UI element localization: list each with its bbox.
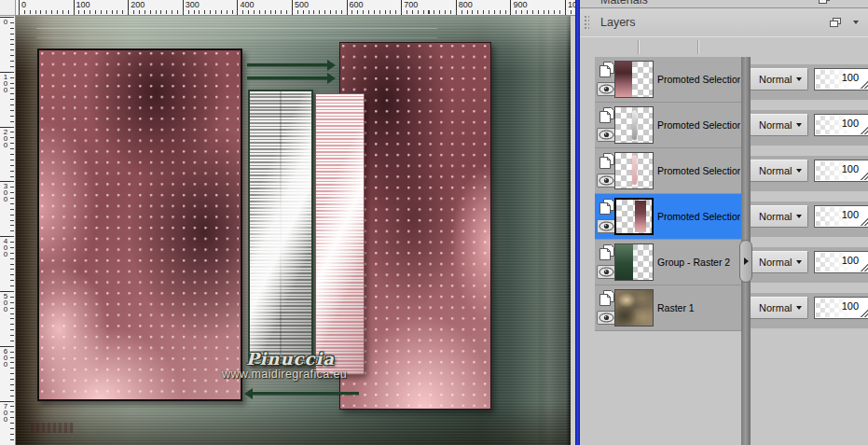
layer-opacity-field[interactable]: 100: [814, 114, 868, 136]
layer-visibility-eye-icon[interactable]: [597, 219, 616, 233]
ruler-tick-label: 5 0 0: [0, 291, 11, 313]
ruler-tick-label: 3 0 0: [0, 181, 11, 202]
layer-opacity-value: 100: [842, 255, 859, 266]
layer-row[interactable]: Raster 1 Normal 100: [580, 285, 868, 331]
splitter-collapse-handle[interactable]: [739, 240, 752, 283]
layer-visibility-eye-icon[interactable]: [597, 128, 616, 142]
layer-pages-icon[interactable]: [598, 198, 615, 216]
layer-opacity-value: 100: [842, 209, 859, 220]
layers-toolbar: [580, 36, 868, 58]
layer-name: Group - Raster 2: [657, 257, 730, 268]
layer-opacity-field[interactable]: 100: [814, 68, 868, 90]
layer-row[interactable]: Promoted Selection 2 Normal 100: [580, 148, 868, 194]
opacity-resize-grip-icon[interactable]: [861, 218, 868, 226]
green-arrow-left-icon: [251, 392, 359, 395]
layer-opacity-field[interactable]: 100: [814, 251, 868, 273]
layers-palette-header[interactable]: Layers: [580, 8, 868, 36]
layer-pages-icon[interactable]: [598, 152, 615, 171]
horizontal-ruler: 01002003004005006007008009001000: [16, 0, 575, 16]
ruler-tick-label: 0: [0, 17, 11, 25]
layer-row-gutter: [580, 240, 595, 285]
layer-row-name-area[interactable]: Promoted Selection 3: [595, 194, 741, 240]
layer-visibility-eye-icon[interactable]: [597, 82, 616, 96]
layer-row-name-area[interactable]: Promoted Selection: [595, 57, 741, 103]
ruler-tick-label: 0: [19, 0, 26, 16]
layer-thumbnail[interactable]: [614, 243, 654, 281]
layer-thumbnail[interactable]: [614, 61, 654, 98]
materials-palette-title: Materials: [600, 0, 648, 7]
ruler-tick-label: 300: [183, 0, 200, 16]
layer-name: Promoted Selection 1: [657, 119, 740, 131]
layer-row[interactable]: Promoted Selection Normal 100: [580, 57, 868, 103]
layer-name: Raster 1: [657, 302, 695, 313]
layer-visibility-eye-icon[interactable]: [597, 174, 616, 188]
layer-pages-icon[interactable]: [598, 106, 615, 125]
layer-pages-icon[interactable]: [598, 61, 615, 79]
layer-row-name-area[interactable]: Promoted Selection 1: [595, 103, 741, 148]
layer-thumbnail[interactable]: [614, 198, 654, 235]
layer-name: Promoted Selection 2: [657, 165, 740, 176]
layer-visibility-eye-icon[interactable]: [597, 265, 616, 279]
blend-mode-value: Normal: [759, 165, 792, 176]
layer-opacity-field[interactable]: 100: [814, 205, 868, 228]
layer-row[interactable]: Promoted Selection 1 Normal 100: [580, 103, 868, 148]
layer-row[interactable]: Promoted Selection 3 Normal 100: [580, 194, 868, 240]
ruler-corner: [0, 0, 16, 16]
dropdown-arrow-icon: [796, 123, 802, 127]
layer-thumbnail[interactable]: [614, 152, 654, 189]
palette-menu-arrow-icon[interactable]: [853, 21, 859, 24]
blend-mode-value: Normal: [759, 119, 792, 131]
layer-row-gutter: [580, 103, 595, 148]
opacity-resize-grip-icon[interactable]: [861, 264, 868, 271]
layer-opacity-value: 100: [842, 72, 859, 83]
layer-pages-icon[interactable]: [598, 243, 615, 262]
opacity-resize-grip-icon[interactable]: [861, 127, 868, 134]
layer-thumbnail[interactable]: [614, 289, 654, 327]
dropdown-arrow-icon: [796, 306, 802, 310]
blend-mode-dropdown[interactable]: Normal: [749, 114, 808, 136]
opacity-resize-grip-icon[interactable]: [861, 81, 868, 89]
layer-row-controls: Normal 100: [741, 148, 868, 194]
layer-visibility-eye-icon[interactable]: [597, 311, 616, 325]
artwork-canvas[interactable]: Pinuccia www.maidiregrafica.eu: [16, 16, 571, 445]
layer-row-controls: Normal 100: [741, 103, 868, 148]
palette-dock-icon[interactable]: [830, 18, 842, 28]
blend-mode-dropdown[interactable]: Normal: [749, 68, 808, 90]
toolbar-separator: [638, 40, 640, 54]
palette-grip-handle[interactable]: [584, 15, 589, 31]
palette-dock-icon[interactable]: [819, 0, 831, 5]
layer-opacity-field[interactable]: 100: [814, 160, 868, 182]
app-window: 01002003004005006007008009001000 01 0 02…: [0, 0, 868, 445]
layer-name: Promoted Selection 3: [657, 211, 740, 222]
artist-signature-mark: [31, 423, 74, 433]
toolbar-separator: [697, 40, 699, 54]
dropdown-arrow-icon: [796, 215, 802, 218]
layer-pages-icon[interactable]: [598, 289, 615, 308]
layer-row-controls: Normal 100: [741, 285, 868, 331]
metal-sheen-line: [36, 37, 437, 38]
layer-row-name-area[interactable]: Promoted Selection 2: [595, 148, 741, 194]
layer-opacity-field[interactable]: 100: [814, 297, 868, 319]
pink-panel-left: [37, 49, 242, 401]
layer-row[interactable]: Group - Raster 2 Normal 100: [580, 240, 868, 285]
layer-row-controls: Normal 100: [741, 194, 868, 240]
layer-row-gutter: [580, 194, 595, 240]
ruler-tick-label: 7 0 0: [0, 401, 11, 423]
document-canvas-area: 01002003004005006007008009001000 01 0 02…: [0, 0, 575, 445]
blend-mode-dropdown[interactable]: Normal: [749, 297, 808, 319]
ruler-tick-label: 900: [510, 0, 527, 16]
watermark-site: www.maidiregrafica.eu: [222, 368, 347, 381]
layer-opacity-value: 100: [842, 118, 859, 129]
layer-row-name-area[interactable]: Raster 1: [595, 285, 741, 331]
opacity-resize-grip-icon[interactable]: [861, 173, 868, 180]
layer-row-name-area[interactable]: Group - Raster 2: [595, 240, 741, 285]
blend-mode-value: Normal: [759, 302, 792, 313]
opacity-resize-grip-icon[interactable]: [861, 310, 868, 317]
blend-mode-dropdown[interactable]: Normal: [749, 160, 808, 182]
layer-thumbnail[interactable]: [614, 106, 654, 144]
dropdown-arrow-icon: [796, 77, 802, 81]
layer-name: Promoted Selection: [657, 74, 740, 85]
blend-mode-dropdown[interactable]: Normal: [749, 251, 808, 273]
blend-mode-dropdown[interactable]: Normal: [749, 205, 808, 228]
materials-palette-partial[interactable]: Materials: [580, 0, 868, 8]
